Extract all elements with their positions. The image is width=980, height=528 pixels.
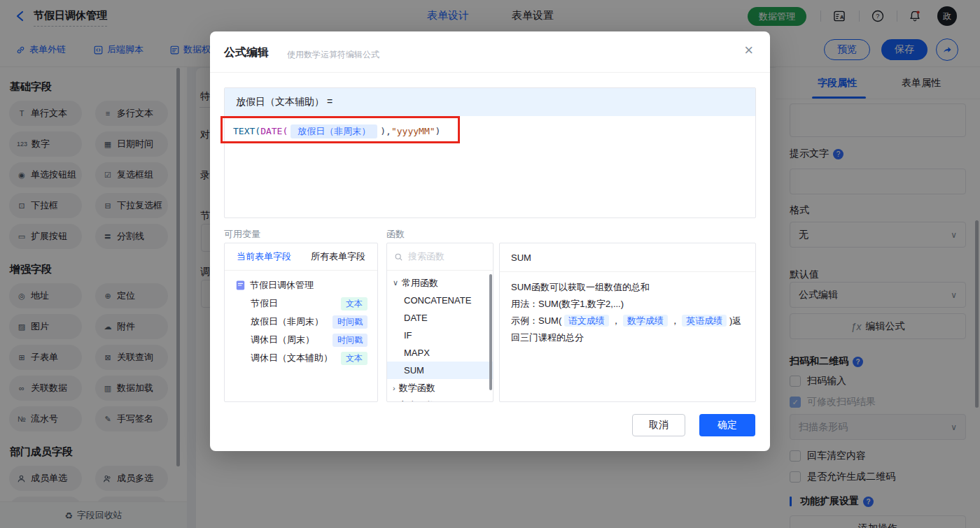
function-item-date[interactable]: DATE [387, 309, 493, 327]
form-icon [236, 280, 245, 290]
function-detail-title: SUM [500, 243, 755, 272]
variable-row[interactable]: 调休日（周末） 时间戳 [225, 331, 377, 349]
functions-panel: 搜索函数 ∨ 常用函数 CONCATENATE DATE IF MAPX SUM… [386, 243, 493, 402]
function-item-sum[interactable]: SUM [387, 362, 493, 379]
function-search-input[interactable]: 搜索函数 [387, 243, 493, 271]
function-group-math[interactable]: › 数学函数 [387, 379, 493, 397]
form-tree-root[interactable]: 节假日调休管理 [225, 271, 377, 294]
function-usage: 用法：SUM(数字1,数字2,...) [511, 296, 744, 313]
confirm-button[interactable]: 确定 [699, 414, 755, 436]
formula-editor[interactable]: 放假日（文本辅助） = TEXT(DATE(放假日（非周末）),"yyyyMM"… [224, 87, 756, 218]
tab-all-form-fields[interactable]: 所有表单字段 [311, 250, 365, 263]
annotation-highlight-box [220, 116, 460, 143]
function-example: 示例：SUM( 语文成绩 ， 数学成绩 ， 英语成绩 )返回三门课程的总分 [511, 313, 744, 346]
divider [210, 72, 770, 73]
function-item-if[interactable]: IF [387, 327, 493, 344]
variable-row[interactable]: 放假日（非周末） 时间戳 [225, 313, 377, 331]
cancel-button[interactable]: 取消 [632, 414, 685, 436]
variable-row[interactable]: 节假日 文本 [225, 294, 377, 313]
function-item-mapx[interactable]: MAPX [387, 344, 493, 362]
variable-row[interactable]: 调休日（文本辅助） 文本 [225, 349, 377, 367]
modal-title: 公式编辑 [224, 45, 269, 60]
example-chip: 语文成绩 [564, 315, 609, 327]
functions-label: 函数 [386, 228, 405, 241]
caret-closed-icon: › [393, 384, 396, 392]
function-item-concatenate[interactable]: CONCATENATE [387, 292, 493, 309]
formula-target: 放假日（文本辅助） = [225, 88, 755, 116]
variables-tabs: 当前表单字段 所有表单字段 [225, 243, 377, 271]
search-icon [394, 252, 403, 262]
modal-subtitle: 使用数学运算符编辑公式 [287, 49, 379, 61]
function-description: SUM函数可以获取一组数值的总和 [511, 279, 744, 296]
field-type-tag: 时间戳 [332, 334, 368, 347]
search-placeholder: 搜索函数 [408, 250, 444, 263]
caret-closed-icon: › [393, 401, 396, 403]
field-type-tag: 文本 [341, 352, 368, 365]
variables-panel: 当前表单字段 所有表单字段 节假日调休管理 节假日 文本 放假日（非周末） 时间… [224, 243, 378, 402]
close-icon[interactable]: × [744, 43, 753, 58]
example-chip: 数学成绩 [623, 315, 668, 327]
tab-current-form-fields[interactable]: 当前表单字段 [237, 250, 291, 263]
caret-open-icon: ∨ [393, 278, 398, 287]
example-chip: 英语成绩 [682, 315, 727, 327]
function-list: ∨ 常用函数 CONCATENATE DATE IF MAPX SUM › 数学… [387, 271, 493, 402]
formula-editor-modal: 公式编辑 使用数学运算符编辑公式 × 放假日（文本辅助） = TEXT(DATE… [210, 31, 770, 451]
function-detail-panel: SUM SUM函数可以获取一组数值的总和 用法：SUM(数字1,数字2,...)… [499, 243, 756, 402]
field-type-tag: 时间戳 [332, 315, 368, 329]
function-list-scrollbar[interactable] [489, 274, 492, 390]
variables-label: 可用变量 [224, 228, 260, 241]
field-type-tag: 文本 [341, 297, 368, 311]
function-group-text[interactable]: › 文本函数 [387, 397, 493, 402]
function-detail-body: SUM函数可以获取一组数值的总和 用法：SUM(数字1,数字2,...) 示例：… [500, 272, 755, 353]
function-group-common[interactable]: ∨ 常用函数 [387, 274, 493, 292]
